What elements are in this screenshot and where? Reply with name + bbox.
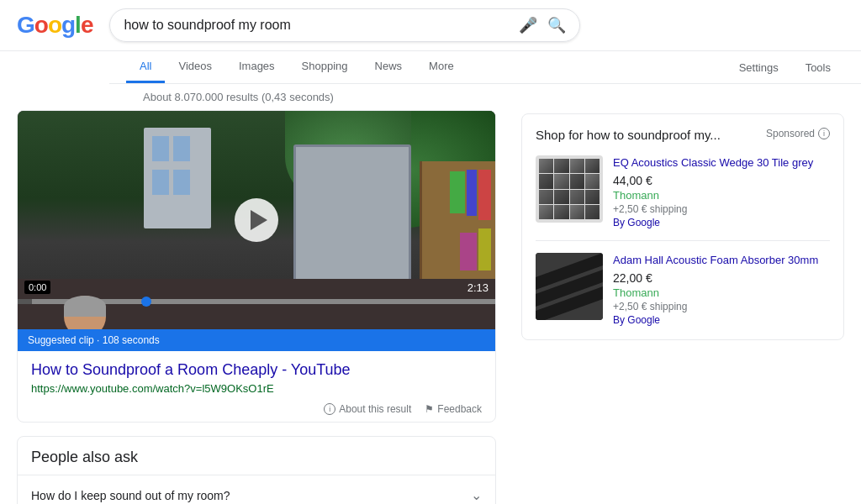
shopping-title: Shop for how to soundproof my... — [536, 128, 721, 142]
ask-item-1[interactable]: How do I keep sound out of my room? ⌄ — [18, 475, 495, 504]
video-duration: 2:13 — [467, 281, 489, 294]
shopping-panel: Shop for how to soundproof my... Sponsor… — [521, 113, 844, 340]
product-item-2: Adam Hall Acoustic Foam Absorber 30mm 22… — [536, 253, 830, 326]
left-column: 0:00 2:13 Suggested clip · 108 seconds H… — [17, 110, 496, 504]
suggested-clip: Suggested clip · 108 seconds — [18, 329, 495, 351]
by-google-1[interactable]: By Google — [613, 217, 813, 228]
product-shipping-2: +2,50 € shipping — [613, 301, 818, 312]
progress-dot — [141, 297, 151, 307]
logo-g2: g — [61, 12, 75, 38]
logo-o1: o — [34, 12, 48, 38]
product-price-2: 22,00 € — [613, 271, 818, 285]
search-input[interactable] — [124, 18, 512, 33]
logo-e: e — [81, 12, 93, 38]
product-image-1[interactable] — [536, 155, 603, 223]
tab-settings[interactable]: Settings — [726, 53, 792, 82]
google-logo[interactable]: Google — [17, 12, 92, 39]
product-name-2[interactable]: Adam Hall Acoustic Foam Absorber 30mm — [613, 253, 818, 268]
sponsored-label: Sponsored — [766, 128, 815, 139]
about-result-link[interactable]: i About this result — [324, 403, 411, 415]
sponsored-badge: Sponsored i — [766, 128, 830, 139]
people-ask-title: People also ask — [18, 437, 495, 475]
search-bar: 🎤 🔍 — [109, 8, 580, 42]
search-icon[interactable]: 🔍 — [547, 16, 566, 34]
mic-icon[interactable]: 🎤 — [519, 16, 537, 34]
main-content: 0:00 2:13 Suggested clip · 108 seconds H… — [0, 110, 861, 504]
tab-tools[interactable]: Tools — [792, 53, 844, 82]
chevron-icon-1: ⌄ — [471, 487, 482, 503]
tab-shopping[interactable]: Shopping — [288, 51, 362, 83]
video-title[interactable]: How to Soundproof a Room Cheaply - YouTu… — [31, 361, 482, 379]
people-also-ask: People also ask How do I keep sound out … — [17, 436, 496, 504]
info-circle-icon[interactable]: i — [818, 128, 830, 139]
product-image-2[interactable] — [536, 253, 603, 320]
nav-tabs: All Videos Images Shopping News More Set… — [109, 51, 861, 84]
tab-more[interactable]: More — [415, 51, 467, 83]
ask-text-1: How do I keep sound out of my room? — [31, 489, 230, 502]
info-icon: i — [324, 403, 335, 415]
shopping-header: Shop for how to soundproof my... Sponsor… — [536, 128, 830, 142]
tab-videos[interactable]: Videos — [165, 51, 225, 83]
product-store-1: Thomann — [613, 189, 813, 202]
time-badge: 0:00 — [24, 281, 50, 294]
video-result: 0:00 2:13 Suggested clip · 108 seconds H… — [17, 110, 496, 423]
header: Google 🎤 🔍 — [0, 0, 861, 51]
product-shipping-1: +2,50 € shipping — [613, 203, 813, 215]
soundproof-panel — [293, 144, 411, 296]
feedback-link[interactable]: ⚑ Feedback — [425, 403, 482, 415]
video-url: https://www.youtube.com/watch?v=l5W9OKsO… — [31, 382, 482, 395]
feedback-icon: ⚑ — [425, 403, 434, 415]
logo-o2: o — [48, 12, 61, 38]
play-button[interactable] — [235, 198, 278, 242]
product-store-2: Thomann — [613, 286, 818, 299]
product-name-1[interactable]: EQ Acoustics Classic Wedge 30 Tile grey — [613, 155, 813, 171]
result-feedback: i About this result ⚑ Feedback — [18, 398, 495, 422]
results-info: About 8.070.000 results (0,43 seconds) — [0, 84, 861, 110]
product-details-2: Adam Hall Acoustic Foam Absorber 30mm 22… — [613, 253, 818, 326]
logo-g: G — [17, 12, 34, 38]
product-price-1: 44,00 € — [613, 174, 813, 187]
tab-all[interactable]: All — [126, 51, 165, 83]
video-container: 0:00 2:13 — [18, 111, 495, 329]
product-item-1: EQ Acoustics Classic Wedge 30 Tile grey … — [536, 155, 830, 241]
by-google-2[interactable]: By Google — [613, 314, 818, 326]
video-info: How to Soundproof a Room Cheaply - YouTu… — [18, 351, 495, 398]
right-column: Shop for how to soundproof my... Sponsor… — [521, 110, 844, 340]
product-details-1: EQ Acoustics Classic Wedge 30 Tile grey … — [613, 155, 813, 228]
tab-news[interactable]: News — [362, 51, 416, 83]
logo-l: l — [75, 12, 81, 38]
tab-images[interactable]: Images — [225, 51, 288, 83]
